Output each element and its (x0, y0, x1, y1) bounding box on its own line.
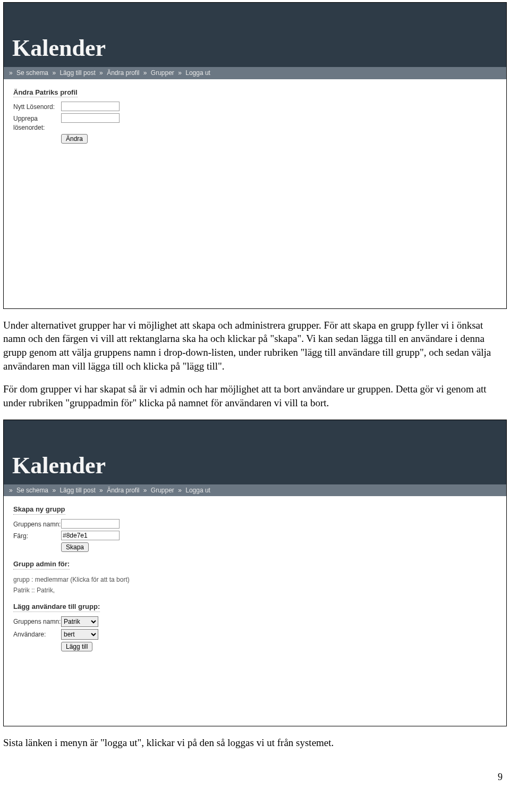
nav2-lagg-till-post[interactable]: Lägg till post (60, 487, 95, 494)
select-group[interactable]: Patrik (61, 616, 98, 627)
nav2-andra-profil[interactable]: Ändra profil (107, 487, 139, 494)
row-group-color: Färg: (13, 531, 497, 540)
button-andra[interactable]: Ändra (61, 134, 88, 144)
button-skapa[interactable]: Skapa (61, 542, 89, 552)
blank-area-2 (4, 657, 506, 726)
app-title: Kalender (12, 32, 498, 64)
nav-se-schema[interactable]: Se schema (16, 69, 48, 77)
add-user-title: Lägg användare till grupp: (13, 602, 100, 612)
app-title-2: Kalender (12, 450, 498, 481)
paragraph-logout: Sista länken i menyn är "logga ut", klic… (3, 736, 507, 750)
admin-for-title: Grupp admin för: (13, 559, 70, 570)
create-group-title: Skapa ny grupp (13, 505, 65, 515)
paragraph-groups-intro: Under alternativet grupper har vi möjlig… (3, 319, 507, 373)
label-repeat-password: Upprepa lösenordet: (13, 113, 61, 131)
nav-andra-profil[interactable]: Ändra profil (107, 69, 139, 77)
row-group-name: Gruppens namn: (13, 519, 497, 529)
app-header: Kalender (4, 29, 506, 67)
label-group-name: Gruppens namn: (13, 519, 61, 529)
row-add-user: Användare: bert (13, 629, 497, 640)
row-repeat-password: Upprepa lösenordet: (13, 113, 497, 131)
row-new-password: Nytt Lösenord: (13, 102, 497, 111)
admin-hint: grupp : medlemmar (Klicka för att ta bor… (13, 575, 497, 584)
header-spacer-2 (4, 420, 506, 447)
input-repeat-password[interactable] (61, 113, 120, 123)
app-header-2: Kalender (4, 447, 506, 484)
groups-form-area: Skapa ny grupp Gruppens namn: Färg: Skap… (4, 496, 506, 656)
label-add-group: Gruppens namn: (13, 616, 61, 626)
nav-lagg-till-post[interactable]: Lägg till post (60, 69, 95, 77)
row-create-submit: Skapa (61, 542, 497, 552)
main-nav-2: » Se schema » Lägg till post » Ändra pro… (4, 484, 506, 496)
screenshot-edit-profile: Kalender » Se schema » Lägg till post » … (3, 2, 507, 309)
button-lagg-till[interactable]: Lägg till (61, 642, 92, 651)
input-group-name[interactable] (61, 519, 120, 529)
row-add-submit: Lägg till (61, 642, 497, 651)
main-nav: » Se schema » Lägg till post » Ändra pro… (4, 67, 506, 79)
profile-section-title: Ändra Patriks profil (13, 88, 78, 98)
blank-area (4, 149, 506, 308)
page-number: 9 (3, 771, 507, 783)
input-group-color[interactable] (61, 531, 120, 540)
nav-grupper[interactable]: Grupper (151, 69, 174, 77)
select-user[interactable]: bert (61, 629, 98, 640)
input-new-password[interactable] (61, 102, 120, 111)
paragraph-admin-info: För dom grupper vi har skapat så är vi a… (3, 382, 507, 409)
profile-form-area: Ändra Patriks profil Nytt Lösenord: Uppr… (4, 79, 506, 149)
label-group-color: Färg: (13, 531, 61, 540)
admin-members[interactable]: Patrik :: Patrik, (13, 586, 497, 595)
screenshot-groups: Kalender » Se schema » Lägg till post » … (3, 420, 507, 726)
nav2-se-schema[interactable]: Se schema (16, 487, 48, 494)
nav2-logga-ut[interactable]: Logga ut (185, 487, 210, 494)
label-new-password: Nytt Lösenord: (13, 102, 61, 111)
nav-logga-ut[interactable]: Logga ut (185, 69, 210, 77)
label-add-user: Användare: (13, 629, 61, 639)
header-spacer (4, 3, 506, 29)
nav2-grupper[interactable]: Grupper (151, 487, 174, 494)
row-add-group: Gruppens namn: Patrik (13, 616, 497, 627)
row-submit: Ändra (61, 134, 497, 144)
